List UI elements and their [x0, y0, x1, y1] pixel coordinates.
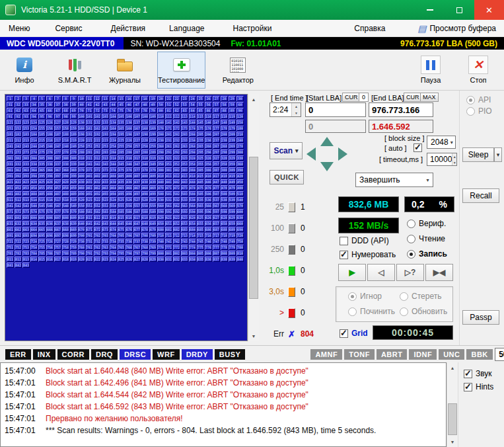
hints-checkbox[interactable]	[464, 383, 472, 391]
write-radio[interactable]	[407, 250, 415, 259]
read-radio-row[interactable]: Чтение	[407, 234, 445, 243]
scan-block: 733	[102, 239, 109, 244]
spin-down-icon[interactable]	[452, 159, 456, 165]
scan-block: 80	[157, 108, 164, 113]
spin-up-icon[interactable]	[452, 153, 456, 159]
sound-checkbox-row[interactable]: Звук	[464, 369, 492, 378]
smart-toolbar-button[interactable]: S.M.A.R.T	[57, 52, 92, 89]
quick-button[interactable]: QUICK	[270, 170, 304, 184]
menu-item-4[interactable]: Language	[166, 21, 207, 36]
map-scroll-thumb[interactable]	[249, 157, 258, 299]
start-cur-button[interactable]: CUR	[342, 93, 361, 102]
auto-checkbox[interactable]	[414, 143, 422, 152]
scan-block: 465	[118, 185, 125, 190]
numerate-row[interactable]: Нумеровать	[340, 250, 396, 259]
scan-block: 112	[173, 114, 180, 119]
menu-item-3[interactable]: Действия	[108, 21, 149, 36]
scan-block: 491	[86, 191, 93, 196]
play-button[interactable]: ▶	[338, 264, 366, 281]
ddd-api-row[interactable]: DDD (API)	[340, 236, 389, 245]
map-scroll-down-button[interactable]	[248, 331, 259, 341]
stop-button[interactable]: Стоп	[460, 52, 496, 89]
legend-label: Err	[264, 329, 284, 339]
pause-button[interactable]: Пауза	[413, 52, 449, 89]
sleep-dropdown-button[interactable]	[494, 147, 502, 162]
jump-end-button[interactable]: ▶◀	[425, 264, 453, 281]
end-max-button[interactable]: MAX	[420, 93, 439, 102]
dpad-down-button[interactable]	[320, 162, 334, 171]
scan-block: 195	[118, 132, 125, 137]
passp-button[interactable]: Passp	[462, 310, 499, 325]
timeout-spinner[interactable]: 10000	[427, 153, 457, 166]
title-bar: Victoria 5.21-1 HDD/SSD | Device 1	[0, 0, 504, 20]
block-size-select[interactable]: 2048	[427, 136, 456, 149]
scan-block: 228	[141, 138, 149, 143]
editor-toolbar-button[interactable]: 010101110011101000 0001Редактор	[220, 52, 256, 89]
dpad-right-button[interactable]	[338, 147, 347, 161]
map-scroll-up-button[interactable]	[248, 94, 259, 104]
numerate-checkbox[interactable]	[340, 251, 348, 259]
device-model[interactable]: WDC WD5000LPVX-22V0TT0	[0, 37, 124, 50]
verify-radio-row[interactable]: Вериф.	[407, 219, 446, 228]
minimize-button[interactable]	[415, 0, 445, 20]
scan-block: 293	[181, 149, 188, 155]
scan-block: 515	[38, 197, 46, 202]
maximize-button[interactable]	[445, 0, 474, 20]
action-select[interactable]: Завершить	[355, 173, 433, 187]
sleep-button[interactable]: Sleep	[462, 147, 494, 162]
ddd-api-checkbox[interactable]	[340, 237, 348, 245]
log-output[interactable]: 15:47:00Block start at 1.640.448 (840 MB…	[0, 362, 447, 447]
scan-block: 482	[15, 191, 22, 196]
device-serial: SN: WD-WX21AB303504	[124, 39, 220, 48]
scan-block: 501	[165, 191, 172, 196]
scan-block: 794	[110, 251, 117, 256]
start-lba-input[interactable]: 0	[305, 102, 366, 117]
end-cur-button[interactable]: CUR	[404, 93, 422, 102]
write-radio-row[interactable]: Запись	[407, 249, 447, 259]
scan-block: 336	[46, 161, 54, 167]
hints-checkbox-row[interactable]: Hints	[464, 382, 493, 391]
start-cur-value[interactable]: 0	[359, 93, 369, 102]
legend-row-250: 2500	[264, 239, 314, 260]
scan-block: 788	[62, 251, 69, 256]
logs-toolbar-button[interactable]: Журналы	[107, 52, 143, 89]
close-button[interactable]	[474, 0, 504, 20]
scan-block: 413	[181, 173, 188, 179]
scan-block: 478	[221, 185, 228, 190]
scan-block: 120	[236, 114, 244, 119]
menu-item-6[interactable]: Справка	[351, 21, 388, 36]
menu-item-5[interactable]: Настройки	[230, 21, 275, 36]
grid-checkbox-row[interactable]: Grid	[340, 329, 368, 338]
menu-item-1[interactable]: Меню	[5, 21, 33, 36]
spin-down-icon[interactable]	[292, 110, 301, 116]
buffer-view-button[interactable]: Просмотр буфера	[417, 23, 496, 34]
end-time-spinner[interactable]: 2:24	[270, 102, 301, 117]
log-scroll-up-button[interactable]	[447, 362, 458, 373]
grid-checkbox[interactable]	[340, 329, 348, 338]
scan-block: 438	[141, 179, 149, 184]
sound-checkbox[interactable]	[464, 370, 472, 378]
log-timestamp: 15:47:01	[5, 425, 46, 436]
log-scroll-down-button[interactable]	[447, 436, 458, 447]
errflag-abrt: ABRT	[377, 349, 408, 360]
scan-button[interactable]: Scan	[270, 142, 303, 159]
end-lba-input[interactable]: 976.773.166	[369, 102, 433, 117]
log-scrollbar[interactable]	[447, 362, 458, 447]
read-radio[interactable]	[407, 235, 415, 243]
log-scroll-thumb[interactable]	[448, 403, 457, 435]
map-scrollbar[interactable]	[248, 94, 259, 341]
scan-block: 32	[15, 102, 22, 107]
menu-item-2[interactable]: Сервис	[52, 21, 85, 36]
step-back-button[interactable]: ◁	[367, 264, 395, 281]
dpad-up-button[interactable]	[320, 137, 334, 146]
dpad-left-button[interactable]	[306, 147, 316, 161]
scan-block: 308	[62, 155, 69, 161]
step-forward-button[interactable]: ▷?	[396, 264, 424, 281]
recall-button[interactable]: Recall	[462, 188, 499, 203]
scan-block: 474	[189, 185, 196, 190]
info-toolbar-button[interactable]: Инфо	[7, 52, 42, 89]
verify-radio[interactable]	[407, 220, 415, 228]
spin-up-icon[interactable]	[292, 103, 301, 110]
scan-block: 494	[110, 191, 117, 196]
test-toolbar-button[interactable]: Тестирование	[157, 52, 205, 89]
